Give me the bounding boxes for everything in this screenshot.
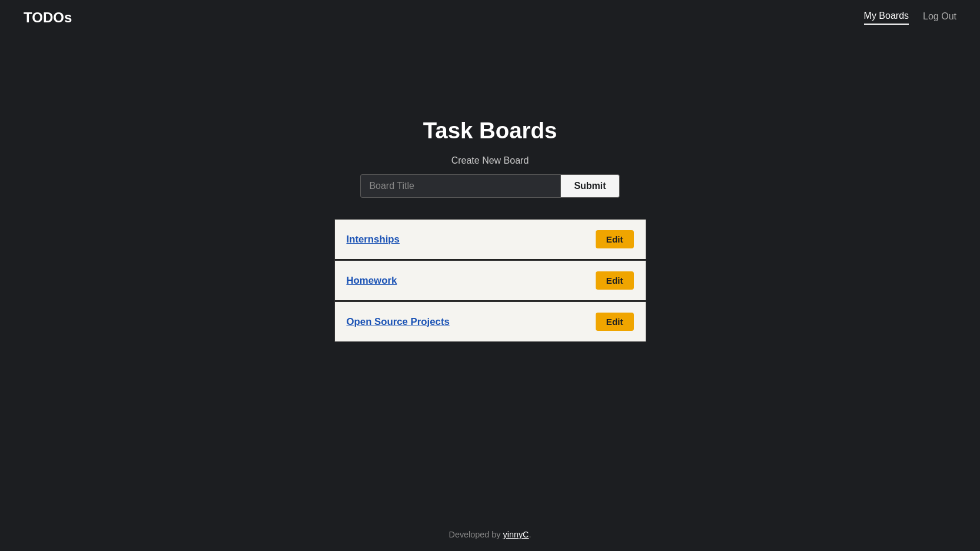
board-link-2[interactable]: Open Source Projects (347, 316, 450, 328)
create-board-form: Submit (360, 174, 619, 198)
edit-button-0[interactable]: Edit (596, 230, 634, 248)
edit-button-2[interactable]: Edit (596, 313, 634, 331)
main-content: Task Boards Create New Board Submit Inte… (0, 35, 980, 342)
board-title-input[interactable] (360, 174, 560, 198)
footer: Developed by yinnyC. (0, 530, 980, 539)
board-item: HomeworkEdit (334, 260, 646, 301)
nav-log-out[interactable]: Log Out (923, 11, 956, 24)
boards-list: InternshipsEditHomeworkEditOpen Source P… (334, 219, 646, 342)
footer-suffix: . (529, 530, 531, 539)
edit-button-1[interactable]: Edit (596, 271, 634, 290)
submit-button[interactable]: Submit (560, 174, 619, 198)
footer-author-link[interactable]: yinnyC (503, 530, 529, 539)
page-title: Task Boards (423, 118, 557, 144)
board-link-0[interactable]: Internships (347, 234, 400, 245)
footer-text: Developed by (449, 530, 503, 539)
nav-my-boards[interactable]: My Boards (864, 11, 909, 25)
board-link-1[interactable]: Homework (347, 275, 397, 287)
create-label: Create New Board (451, 155, 529, 166)
navbar: TODOs My Boards Log Out (0, 0, 980, 35)
board-item: Open Source ProjectsEdit (334, 301, 646, 342)
board-item: InternshipsEdit (334, 219, 646, 260)
nav-links: My Boards Log Out (864, 11, 956, 25)
app-brand[interactable]: TODOs (24, 9, 72, 26)
